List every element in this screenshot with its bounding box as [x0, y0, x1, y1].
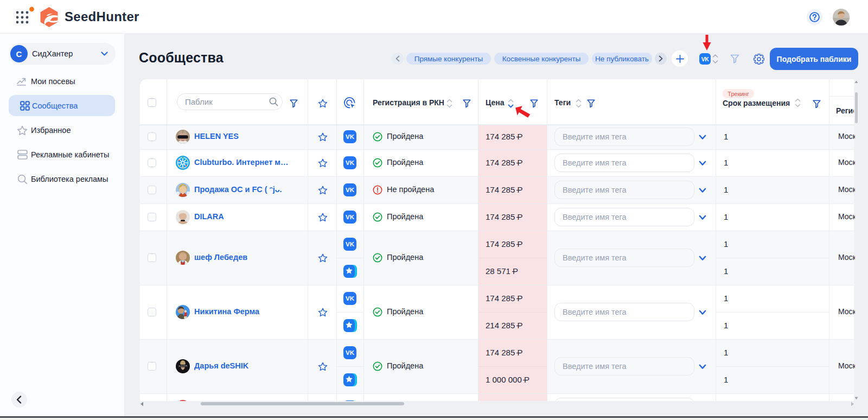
svg-text:VK: VK	[346, 160, 355, 166]
svg-text:VK: VK	[346, 187, 355, 193]
svg-text:VK: VK	[346, 214, 355, 220]
svg-text:VK: VK	[346, 133, 355, 140]
svg-text:VK: VK	[346, 295, 355, 302]
svg-text:VK: VK	[346, 349, 355, 356]
svg-text:VK: VK	[346, 241, 355, 247]
